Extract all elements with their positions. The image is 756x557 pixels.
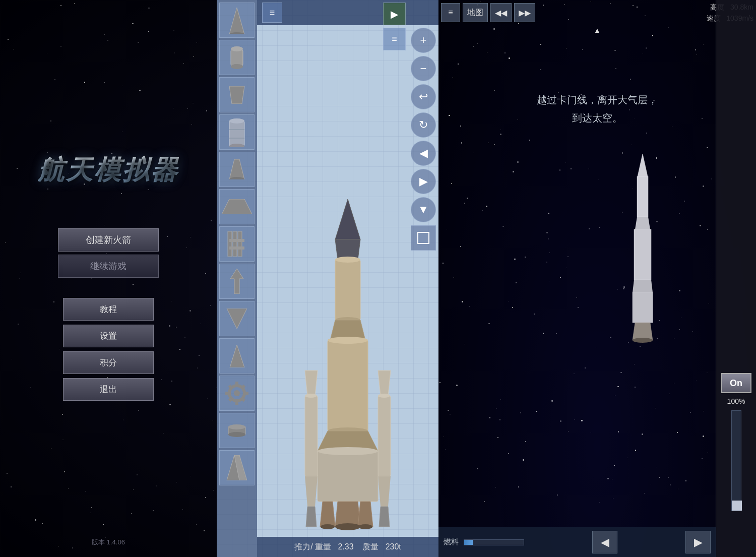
svg-point-54 — [378, 394, 390, 398]
mission-line-2: 到达太空。 — [537, 109, 658, 127]
thrust-value: 2.33 — [338, 542, 353, 551]
create-rocket-button[interactable]: 创建新火箭 — [58, 228, 159, 252]
svg-rect-15 — [228, 231, 232, 257]
svg-marker-5 — [229, 86, 244, 104]
fuel-bar — [464, 540, 473, 545]
left-panel: 航天模拟器 创建新火箭 继续游戏 教程 设置 积分 退出 版本 1.4.06 — [0, 0, 217, 557]
svg-rect-57 — [318, 451, 378, 502]
mission-text: 越过卡门线，离开大气层， 到达太空。 — [537, 91, 658, 127]
svg-marker-61 — [358, 502, 373, 527]
svg-marker-52 — [378, 370, 391, 396]
move-right-button[interactable]: ▶ — [411, 169, 436, 194]
svg-rect-18 — [229, 246, 244, 250]
fuel-label: 燃料 — [444, 537, 459, 547]
thrust-label: 推力/ 重量 2.33 质量 230t — [294, 542, 401, 552]
zoom-out-button[interactable]: − — [411, 56, 436, 81]
part-fin[interactable] — [219, 450, 255, 485]
svg-marker-51 — [306, 507, 317, 527]
svg-marker-59 — [320, 502, 335, 527]
builder-toolbar: ≡ — [257, 0, 438, 25]
svg-marker-19 — [230, 269, 243, 294]
quit-button[interactable]: 退出 — [63, 378, 154, 401]
game-hud: ≡ 地图 ◀◀ ▶▶ 高度 30.8km 速度 1039m/s — [438, 0, 756, 25]
select-button[interactable] — [411, 225, 436, 251]
svg-marker-20 — [227, 308, 247, 329]
redo-button[interactable]: ↻ — [411, 112, 436, 138]
svg-rect-26 — [225, 392, 229, 395]
move-down-button[interactable]: ▼ — [411, 197, 436, 222]
move-left-button[interactable]: ◀ — [411, 141, 436, 166]
fuel-panel: On 100% — [716, 0, 756, 557]
svg-point-40 — [335, 257, 360, 263]
svg-point-64 — [358, 524, 372, 529]
part-nose-cone[interactable] — [219, 3, 255, 38]
on-button[interactable]: On — [721, 373, 751, 393]
svg-rect-67 — [637, 176, 648, 217]
svg-marker-70 — [633, 280, 653, 292]
svg-rect-17 — [229, 239, 244, 242]
map-label: 地图 — [467, 8, 483, 18]
part-cylinder[interactable] — [219, 413, 255, 448]
svg-rect-48 — [305, 396, 318, 476]
svg-rect-27 — [244, 392, 248, 395]
rocket-assembly — [277, 194, 418, 537]
fuel-percentage: 100% — [727, 397, 745, 405]
version-text: 版本 1.4.06 — [92, 538, 125, 547]
svg-marker-60 — [335, 502, 360, 527]
part-adapter[interactable] — [219, 77, 255, 112]
part-small-cone[interactable] — [219, 338, 255, 374]
svg-marker-21 — [230, 345, 244, 367]
play-button[interactable]: ▶ — [383, 3, 406, 25]
builder-menu-button[interactable]: ≡ — [262, 3, 282, 23]
svg-point-49 — [305, 394, 317, 398]
svg-marker-0 — [229, 8, 244, 34]
fastforward-button[interactable]: ▶▶ — [514, 3, 535, 22]
svg-marker-66 — [638, 154, 648, 176]
zoom-in-button[interactable]: + — [411, 28, 436, 53]
part-strut[interactable] — [219, 226, 255, 262]
svg-marker-13 — [222, 199, 252, 214]
part-cone-down[interactable] — [219, 301, 255, 336]
svg-marker-50 — [305, 476, 318, 507]
fuel-bar-container — [464, 539, 524, 545]
settings-button[interactable]: 设置 — [63, 325, 154, 347]
tutorial-button[interactable]: 教程 — [63, 298, 154, 321]
rewind-button[interactable]: ◀◀ — [490, 3, 512, 22]
continue-game-button[interactable]: 继续游戏 — [58, 255, 159, 278]
game-title: 航天模拟器 — [38, 153, 179, 188]
throttle-thumb[interactable] — [732, 501, 742, 511]
part-capsule[interactable] — [219, 40, 255, 75]
map-button[interactable]: 地图 — [463, 3, 488, 22]
part-fuel-tank[interactable] — [219, 114, 255, 150]
parts-list-button[interactable]: ≡ — [383, 28, 406, 50]
svg-marker-47 — [305, 370, 318, 396]
next-nav-button[interactable]: ▶ — [685, 531, 711, 553]
part-engine-bell[interactable] — [219, 152, 255, 187]
mini-rocket-display — [625, 151, 660, 343]
game-panel: ≡ 地图 ◀◀ ▶▶ 高度 30.8km 速度 1039m/s ▲ 越过卡 — [438, 0, 756, 557]
builder-panel: ≡ ▶ ≡ — [217, 0, 438, 557]
score-button[interactable]: 积分 — [63, 351, 154, 374]
svg-rect-6 — [229, 121, 244, 146]
svg-marker-72 — [633, 323, 653, 340]
game-controls-bottom: 燃料 ◀ ▶ — [438, 527, 716, 557]
parts-sidebar — [217, 0, 257, 557]
svg-point-73 — [633, 338, 653, 343]
throttle-slider[interactable] — [731, 410, 741, 511]
game-menu-button[interactable]: ≡ — [441, 3, 460, 22]
builder-stats: 推力/ 重量 2.33 质量 230t — [257, 537, 438, 557]
svg-rect-53 — [378, 396, 391, 476]
svg-rect-65 — [418, 232, 429, 243]
part-gear[interactable] — [219, 376, 255, 411]
svg-rect-24 — [235, 382, 238, 386]
svg-marker-37 — [335, 199, 360, 239]
svg-rect-39 — [335, 260, 360, 320]
mission-line-1: 越过卡门线，离开大气层， — [537, 91, 658, 109]
part-arrow[interactable] — [219, 264, 255, 299]
mass-value: 230t — [386, 542, 401, 551]
part-wide-adapter[interactable] — [219, 189, 255, 224]
undo-button[interactable]: ↩ — [411, 84, 436, 109]
svg-point-63 — [335, 523, 360, 530]
prev-nav-button[interactable]: ◀ — [592, 531, 617, 553]
svg-point-23 — [234, 390, 240, 396]
